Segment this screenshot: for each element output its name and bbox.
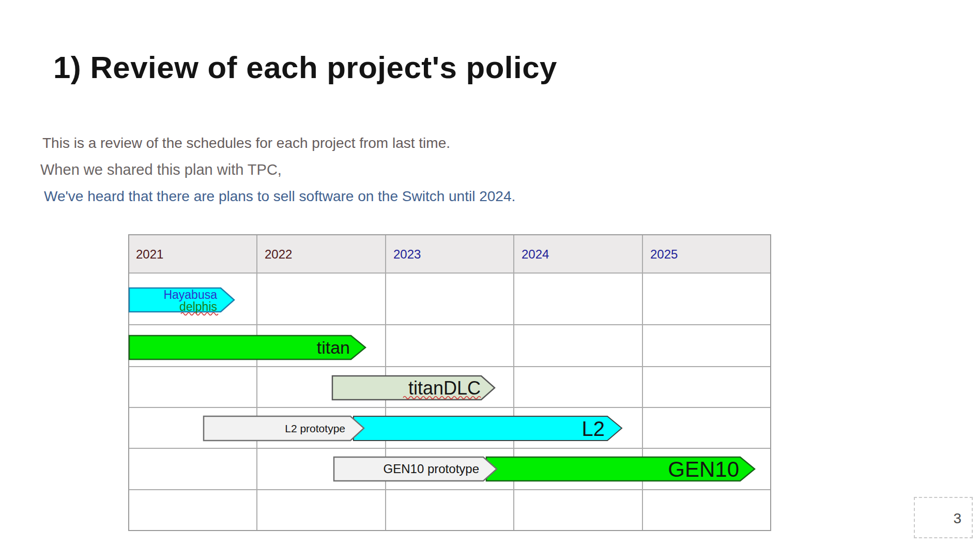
bar-titandlc-label: titanDLC — [408, 377, 481, 399]
year-label-2022: 2022 — [265, 247, 292, 261]
bar-gen10-label: GEN10 — [668, 457, 739, 481]
slide: 1) Review of each project's policy This … — [0, 0, 980, 545]
page-title: 1) Review of each project's policy — [53, 51, 557, 85]
year-label-2024: 2024 — [522, 247, 549, 261]
gantt-chart: 2021 2022 2023 2024 2025 Hayabusa delphi… — [128, 234, 771, 531]
page-number-box: 3 — [914, 497, 973, 538]
bar-gen10-prototype-label: GEN10 prototype — [384, 462, 479, 476]
body-line-2: When we shared this plan with TPC, — [40, 161, 282, 179]
bar-l2-label: L2 — [582, 417, 605, 440]
body-line-3: We've heard that there are plans to sell… — [44, 188, 515, 205]
page-number: 3 — [953, 510, 961, 526]
year-label-2021: 2021 — [136, 247, 163, 261]
year-label-2023: 2023 — [393, 247, 421, 261]
bar-hayabusa-label-line2: delphis — [179, 300, 217, 313]
bar-titan-label: titan — [317, 338, 350, 357]
year-label-2025: 2025 — [650, 247, 678, 261]
bar-l2-prototype-label: L2 prototype — [285, 422, 345, 434]
body-line-1: This is a review of the schedules for ea… — [42, 134, 450, 152]
